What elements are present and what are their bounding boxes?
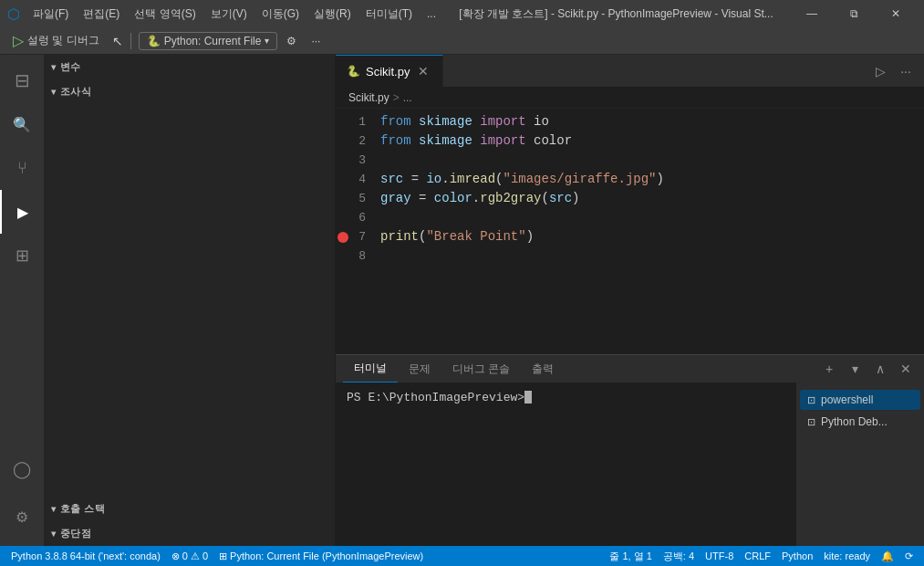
title-bar-menu: 파일(F) 편집(E) 선택 영역(S) 보기(V) 이동(G) 실행(R) 터… (27, 5, 441, 24)
error-icon: ⊗ (171, 550, 180, 562)
code-line-8: 8 (336, 246, 924, 266)
status-errors[interactable]: ⊗ 0 ⚠ 0 (166, 546, 213, 566)
status-bar: Python 3.8.8 64-bit ('next': conda) ⊗ 0 … (0, 546, 924, 566)
split-editor-button[interactable]: ▷ (869, 60, 891, 82)
menu-run[interactable]: 실행(R) (308, 5, 357, 24)
activity-accounts[interactable]: ◯ (0, 447, 44, 491)
code-line-1: 1 from skimage import io (336, 112, 924, 131)
activity-extensions[interactable]: ⊞ (0, 234, 44, 278)
code-line-5: 5 gray = color.rgb2gray(src) (336, 189, 924, 208)
panel-side-tabs: ⊡ powershell ⊡ Python Deb... (796, 383, 924, 546)
status-spaces[interactable]: 공백: 4 (658, 546, 700, 566)
menu-terminal[interactable]: 터미널(T) (360, 5, 418, 24)
panel-actions: + ▾ ∧ ✕ (818, 358, 917, 380)
panel-tab-output[interactable]: 출력 (521, 355, 565, 383)
sidebar-variables-label: 변수 (60, 60, 81, 74)
dropdown-icon: ▾ (265, 36, 269, 46)
activity-bottom: ◯ ⚙ (0, 447, 44, 546)
panel-close-button[interactable]: ✕ (895, 358, 917, 380)
debug-config-label: Python: Current File (164, 35, 262, 47)
status-kite[interactable]: kite: ready (818, 546, 876, 566)
panel-add-button[interactable]: + (818, 358, 840, 380)
chevron-icon: ▾ (51, 62, 57, 72)
activity-bar: ⊟ 🔍 ⑂ ▶ ⊞ ◯ ⚙ (0, 55, 44, 546)
tab-more-button[interactable]: ··· (895, 60, 917, 82)
chevron-icon: ▾ (51, 87, 57, 97)
menu-more[interactable]: ... (421, 5, 441, 22)
kite-text: kite: ready (824, 550, 870, 561)
sidebar-breakpoints-label: 중단점 (60, 527, 92, 540)
remote-text: Python: Current File (PythonImagePreview… (230, 550, 423, 561)
sidebar-watch-label: 조사식 (60, 85, 92, 99)
title-bar-left: ⬡ 파일(F) 편집(E) 선택 영역(S) 보기(V) 이동(G) 실행(R)… (7, 5, 441, 24)
title-bar-title: [확장 개발 호스트] - Scikit.py - PythonImagePre… (441, 6, 791, 22)
settings-button[interactable]: ⚙ (281, 33, 302, 49)
minimize-button[interactable]: — (791, 0, 833, 27)
panel-tab-problems[interactable]: 문제 (398, 355, 441, 383)
debug-sections-label: 설렁 및 디버그 (27, 33, 99, 48)
status-line-ending[interactable]: CRLF (739, 546, 776, 566)
tab-scikit[interactable]: 🐍 Scikit.py ✕ (336, 55, 443, 87)
panel-tab-terminal[interactable]: 터미널 (343, 355, 398, 383)
tab-close-button[interactable]: ✕ (415, 63, 431, 79)
status-sync[interactable]: ⟳ (899, 546, 919, 566)
line-content-5: gray = color.rgb2gray(src) (377, 189, 924, 208)
menu-file[interactable]: 파일(F) (27, 5, 74, 24)
line-content-4: src = io.imread("images/giraffe.jpg") (377, 170, 924, 189)
line-content-7: print("Break Point") (377, 227, 924, 246)
close-button[interactable]: ✕ (875, 0, 917, 27)
panel-tabs: 터미널 문제 디버그 콘솔 출력 + ▾ ∧ ✕ (336, 355, 924, 383)
breakpoint-indicator[interactable] (337, 232, 348, 243)
activity-search[interactable]: 🔍 (0, 102, 44, 146)
status-language[interactable]: Python (776, 546, 818, 566)
sync-icon: ⟳ (905, 550, 913, 562)
panel-tab-debug-console[interactable]: 디버그 콘솔 (441, 355, 521, 383)
sidebar-callstack-header[interactable]: ▾ 호출 스택 (44, 497, 335, 521)
menu-selection[interactable]: 선택 영역(S) (129, 5, 201, 24)
activity-scm[interactable]: ⑂ (0, 146, 44, 190)
tab-label: Scikit.py (366, 65, 410, 79)
panel-terminal-content[interactable]: PS E:\PythonImagePreview> (336, 383, 796, 546)
activity-debug[interactable]: ▶ (0, 190, 44, 234)
panel-side-tab-python-debug[interactable]: ⊡ Python Deb... (800, 412, 920, 432)
sidebar-watch-header[interactable]: ▾ 조사식 (44, 79, 335, 104)
panel-dropdown-button[interactable]: ▾ (844, 358, 866, 380)
cursor-indicator: ↖ (112, 34, 123, 48)
activity-settings[interactable]: ⚙ (0, 495, 44, 539)
more-actions-button[interactable]: ··· (306, 33, 326, 49)
python-icon: 🐍 (147, 35, 161, 47)
powershell-icon: ⊡ (807, 394, 815, 406)
status-python-version[interactable]: Python 3.8.8 64-bit ('next': conda) (5, 546, 166, 566)
status-line-col[interactable]: 줄 1, 열 1 (604, 546, 657, 566)
python-version-text: Python 3.8.8 64-bit ('next': conda) (11, 550, 161, 561)
app-icon: ⬡ (7, 5, 20, 23)
code-editor[interactable]: 1 from skimage import io 2 from skimage … (336, 109, 924, 354)
code-line-7: 7 print("Break Point") (336, 227, 924, 246)
sidebar-breakpoints-header[interactable]: ▾ 중단점 (44, 521, 335, 546)
status-remote[interactable]: ⊞ Python: Current File (PythonImagePrevi… (213, 546, 429, 566)
restore-button[interactable]: ⧉ (833, 0, 875, 27)
python-debug-label: Python Deb... (821, 415, 888, 428)
status-notify[interactable]: 🔔 (876, 546, 899, 566)
breadcrumb-path[interactable]: ... (403, 91, 412, 104)
debug-config-button[interactable]: 🐍 Python: Current File ▾ (139, 32, 278, 50)
tab-actions: ▷ ··· (862, 60, 924, 82)
debug-run-icon: ▷ (13, 32, 24, 49)
sidebar-variables-header[interactable]: ▾ 변수 (44, 55, 335, 79)
sidebar: ▾ 변수 ▾ 조사식 ▾ 호출 스택 ▾ 중단점 (44, 55, 336, 546)
panel-maximize-button[interactable]: ∧ (869, 358, 891, 380)
settings-icon: ⚙ (286, 35, 296, 47)
line-num-8: 8 (336, 246, 377, 266)
menu-goto[interactable]: 이동(G) (256, 5, 305, 24)
breadcrumb-file[interactable]: Scikit.py (348, 91, 389, 104)
warning-count: 0 (202, 550, 208, 561)
code-line-3: 3 (336, 151, 924, 170)
panel-side-tab-powershell[interactable]: ⊡ powershell (800, 390, 920, 410)
status-encoding[interactable]: UTF-8 (700, 546, 739, 566)
menu-edit[interactable]: 편집(E) (78, 5, 125, 24)
activity-explorer[interactable]: ⊟ (0, 58, 44, 102)
terminal-prompt-line: PS E:\PythonImagePreview> (347, 388, 785, 406)
debug-run-button[interactable]: ▷ 설렁 및 디버그 (7, 30, 105, 51)
menu-view[interactable]: 보기(V) (205, 5, 253, 24)
breadcrumb: Scikit.py > ... (336, 87, 924, 109)
